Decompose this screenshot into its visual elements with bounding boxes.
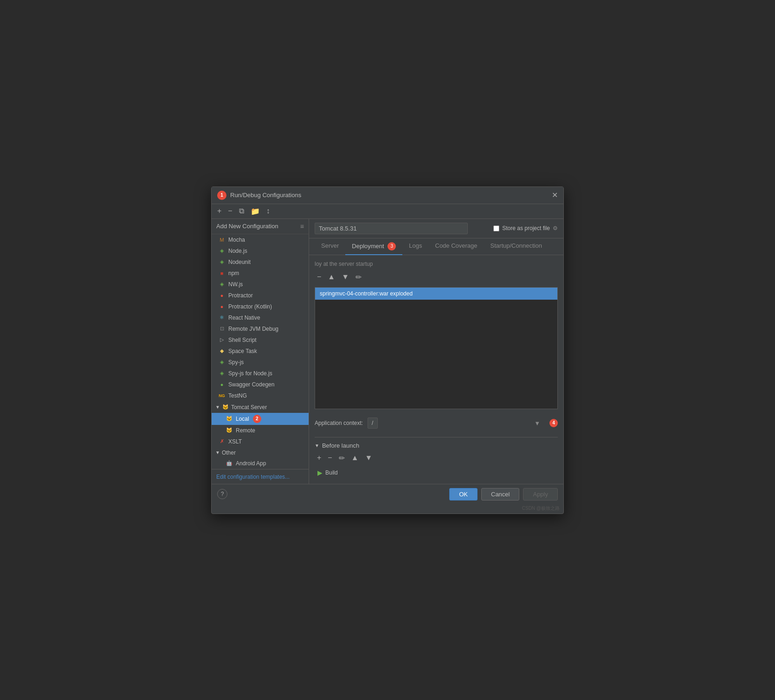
action-buttons: OK Cancel Apply	[449, 488, 558, 501]
sidebar-item-shell-script[interactable]: ▷ Shell Script	[212, 334, 309, 346]
edit-templates-link[interactable]: Edit configuration templates...	[216, 474, 290, 480]
context-badge: 4	[549, 419, 558, 427]
sidebar-item-spy-js[interactable]: ◈ Spy-js	[212, 357, 309, 368]
sidebar-item-nwjs[interactable]: ◈ NW.js	[212, 279, 309, 290]
tab-server[interactable]: Server	[315, 238, 345, 255]
app-context-select[interactable]: /	[368, 417, 378, 429]
dialog-title: Run/Debug Configurations	[230, 192, 301, 199]
tab-logs[interactable]: Logs	[402, 238, 428, 255]
sort-button[interactable]: ↕	[265, 206, 272, 216]
sidebar-item-label: TestNG	[228, 392, 247, 399]
store-project-gear-icon[interactable]: ⚙	[553, 225, 558, 231]
store-project-checkbox[interactable]	[493, 225, 499, 231]
sidebar-item-label: Swagger Codegen	[228, 381, 274, 388]
deploy-up-btn[interactable]: ▲	[325, 272, 337, 282]
sidebar-item-tomcat-remote[interactable]: 🐱 Remote	[212, 425, 309, 436]
tomcat-group-arrow: ▼	[215, 405, 220, 410]
sidebar-filter-icon[interactable]: ≡	[300, 223, 304, 230]
apply-button[interactable]: Apply	[523, 488, 558, 501]
titlebar-left: 1 Run/Debug Configurations	[217, 191, 301, 200]
tab-server-label: Server	[321, 242, 339, 249]
before-launch-remove-btn[interactable]: −	[325, 453, 334, 463]
tab-startup[interactable]: Startup/Connection	[484, 238, 549, 255]
config-name-input[interactable]	[315, 223, 468, 234]
sidebar-item-label: Shell Script	[228, 337, 257, 343]
before-launch-edit-btn[interactable]: ✏	[336, 453, 347, 463]
sidebar-group-label: Other	[222, 450, 236, 456]
tab-deployment[interactable]: Deployment 3	[345, 238, 402, 255]
sidebar-item-nodeunit[interactable]: ◈ Nodeunit	[212, 257, 309, 268]
ok-button[interactable]: OK	[449, 488, 478, 501]
before-launch-add-btn[interactable]: +	[315, 453, 323, 463]
edit-templates-container: Edit configuration templates...	[212, 469, 309, 484]
shell-script-icon: ▷	[218, 336, 226, 344]
android-icon: 🤖	[226, 460, 233, 467]
tab-logs-label: Logs	[409, 242, 422, 249]
sidebar-item-xslt[interactable]: ✗ XSLT	[212, 436, 309, 447]
tabs-bar: Server Deployment 3 Logs Code Coverage S…	[309, 238, 563, 255]
sidebar-item-space-task[interactable]: ◆ Space Task	[212, 346, 309, 357]
before-launch-label: Before launch	[322, 442, 359, 449]
sidebar-item-npm[interactable]: ■ npm	[212, 268, 309, 279]
sidebar-group-label: Tomcat Server	[231, 404, 267, 411]
sidebar-header: Add New Configuration ≡	[212, 219, 309, 234]
close-button[interactable]: ✕	[552, 191, 558, 199]
space-task-icon: ◆	[218, 347, 226, 355]
tab-code-coverage-label: Code Coverage	[435, 242, 478, 249]
deploy-edit-btn[interactable]: ✏	[353, 272, 364, 283]
sidebar-item-label: Protractor (Kotlin)	[228, 303, 272, 310]
sidebar-item-label: NW.js	[228, 281, 243, 288]
before-launch-arrow: ▼	[315, 443, 319, 448]
bottom-bar: ? OK Cancel Apply	[212, 484, 563, 504]
sidebar-item-label: Spy-js for Node.js	[228, 370, 272, 377]
local-badge: 2	[253, 415, 261, 423]
app-context-label: Application context:	[315, 420, 363, 426]
folder-button[interactable]: 📁	[249, 206, 262, 217]
sidebar-item-testng[interactable]: NG TestNG	[212, 390, 309, 401]
main-panel: Store as project file ⚙ Server Deploymen…	[309, 219, 563, 484]
deploy-remove-btn[interactable]: −	[315, 272, 323, 282]
swagger-icon: ●	[218, 381, 226, 388]
before-launch-down-btn[interactable]: ▼	[363, 453, 375, 463]
watermark: CSDN @极致之路	[212, 504, 563, 514]
sidebar-item-mocha[interactable]: M Mocha	[212, 234, 309, 245]
tomcat-group-icon: 🐱	[222, 404, 229, 411]
sidebar-group-other[interactable]: ▼ Other	[212, 447, 309, 458]
tomcat-remote-icon: 🐱	[226, 427, 233, 434]
sidebar-item-nodejs[interactable]: ◈ Node.js	[212, 245, 309, 257]
nwjs-icon: ◈	[218, 281, 226, 288]
build-arrow-icon: ▶	[317, 469, 323, 476]
sidebar-item-swagger[interactable]: ● Swagger Codegen	[212, 379, 309, 390]
deploy-list-item[interactable]: springmvc-04-controller:war exploded	[315, 288, 557, 300]
sidebar-item-tomcat-local[interactable]: 🐱 Local 2	[212, 413, 309, 425]
react-native-icon: ⚛	[218, 314, 226, 321]
protractor-icon: ●	[218, 292, 226, 299]
sidebar-item-react-native[interactable]: ⚛ React Native	[212, 312, 309, 323]
copy-config-button[interactable]: ⧉	[237, 206, 246, 216]
cancel-button[interactable]: Cancel	[481, 488, 519, 501]
help-button[interactable]: ?	[217, 489, 227, 499]
tab-code-coverage[interactable]: Code Coverage	[429, 238, 484, 255]
tab-deployment-content: loy at the server startup − ▲ ▼ ✏ spring…	[309, 255, 563, 484]
tab-startup-label: Startup/Connection	[491, 242, 542, 249]
sidebar: Add New Configuration ≡ M Mocha ◈ Node.j…	[212, 219, 309, 484]
store-project-label: Store as project file	[502, 225, 550, 231]
sidebar-group-tomcat[interactable]: ▼ 🐱 Tomcat Server	[212, 401, 309, 413]
deploy-toolbar: − ▲ ▼ ✏	[315, 272, 558, 283]
before-launch-up-btn[interactable]: ▲	[349, 453, 361, 463]
sidebar-item-spy-js-node[interactable]: ◈ Spy-js for Node.js	[212, 368, 309, 379]
sidebar-item-label: Remote	[236, 427, 255, 434]
sidebar-item-android-app[interactable]: 🤖 Android App	[212, 458, 309, 469]
before-launch-toolbar: + − ✏ ▲ ▼	[315, 453, 558, 463]
remove-config-button[interactable]: −	[226, 206, 234, 216]
sidebar-item-remote-jvm[interactable]: ⊡ Remote JVM Debug	[212, 323, 309, 334]
deploy-down-btn[interactable]: ▼	[339, 272, 351, 282]
add-new-label: Add New Configuration	[216, 223, 278, 230]
before-launch-header: ▼ Before launch	[315, 442, 558, 449]
sidebar-item-protractor-kotlin[interactable]: ● Protractor (Kotlin)	[212, 301, 309, 312]
sidebar-item-label: Remote JVM Debug	[228, 326, 278, 332]
add-config-button[interactable]: +	[215, 206, 223, 216]
deployment-badge: 3	[388, 242, 396, 250]
sidebar-item-protractor[interactable]: ● Protractor	[212, 290, 309, 301]
sidebar-item-label: Nodeunit	[228, 259, 251, 265]
